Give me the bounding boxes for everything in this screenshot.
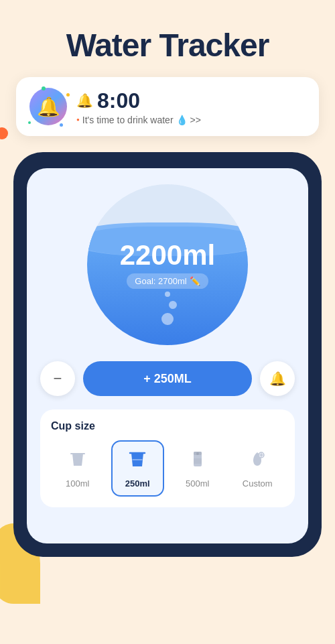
water-goal: Goal: 2700ml ✏️ <box>127 273 208 289</box>
cup-size-title: Cup size <box>51 420 284 432</box>
water-amount: 2200ml <box>120 241 215 269</box>
phone-screen: 2200ml Goal: 2700ml ✏️ − + 250ML 🔔 <box>27 168 308 543</box>
bg-orange-dot <box>0 127 8 139</box>
edit-icon: ✏️ <box>190 276 200 286</box>
notification-content: 🔔 8:00 ● It's time to drink water 💧 >> <box>76 88 306 125</box>
bubble-small <box>165 292 170 297</box>
cup-label-500ml: 500ml <box>186 478 209 489</box>
cup-icon-500ml <box>187 448 208 474</box>
cup-option-250ml[interactable]: 250ml <box>111 440 165 497</box>
cup-label-custom: Custom <box>243 478 273 489</box>
bubble-medium <box>169 301 177 309</box>
bell-icon: 🔔 <box>76 92 93 109</box>
svg-point-2 <box>196 452 199 455</box>
notification-icon: 🔔 <box>29 88 67 125</box>
water-bubbles <box>158 292 177 325</box>
cup-size-section: Cup size 100ml <box>40 409 295 507</box>
water-container: 2200ml Goal: 2700ml ✏️ <box>40 184 295 345</box>
bubble-large <box>161 313 174 325</box>
add-water-button[interactable]: + 250ML <box>83 361 252 396</box>
svg-rect-3 <box>194 458 202 464</box>
minus-button[interactable]: − <box>40 361 75 396</box>
cup-option-custom[interactable]: Custom <box>231 440 285 497</box>
sparkle-green-1 <box>42 86 46 90</box>
cup-label-250ml: 250ml <box>125 478 150 489</box>
sparkle-blue <box>60 123 63 127</box>
action-buttons: − + 250ML 🔔 <box>40 361 295 396</box>
cup-option-100ml[interactable]: 100ml <box>51 440 105 497</box>
page-title: Water Tracker <box>13 27 322 64</box>
phone-mockup: 2200ml Goal: 2700ml ✏️ − + 250ML 🔔 <box>13 152 322 557</box>
water-text: 2200ml Goal: 2700ml ✏️ <box>120 241 215 289</box>
sparkle-yellow <box>66 93 70 96</box>
cup-icon-custom <box>247 448 268 474</box>
notification-text: ● It's time to drink water 💧 >> <box>76 115 306 125</box>
header: Water Tracker <box>0 0 335 77</box>
cup-option-500ml[interactable]: 500ml <box>171 440 224 497</box>
water-circle: 2200ml Goal: 2700ml ✏️ <box>87 184 248 345</box>
notification-time: 🔔 8:00 <box>76 88 306 113</box>
bell-button[interactable]: 🔔 <box>260 361 295 396</box>
sparkle-green-2 <box>28 121 31 124</box>
notification-card[interactable]: 🔔 🔔 8:00 ● It's time to drink water 💧 >> <box>16 77 319 136</box>
cup-size-options: 100ml 250ml <box>51 440 284 497</box>
cup-icon-250ml <box>127 448 148 474</box>
cup-label-100ml: 100ml <box>66 478 89 489</box>
cup-icon-100ml <box>67 448 88 474</box>
